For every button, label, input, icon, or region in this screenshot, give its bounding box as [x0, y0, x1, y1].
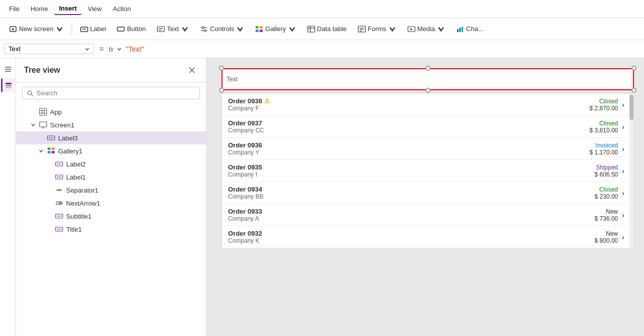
gallery-button[interactable]: Gallery — [250, 23, 301, 36]
handle-bm[interactable] — [425, 88, 431, 93]
row-company: Company I — [228, 171, 594, 178]
gallery-row[interactable]: Order 0937 Company CC Closed $ 3,810.00 … — [222, 116, 633, 138]
selected-label-element[interactable]: Text — [222, 68, 634, 90]
handle-tr[interactable] — [631, 66, 636, 71]
sidebar-item-title1[interactable]: Title1 — [16, 223, 206, 236]
tree-items: App Screen1 Label3 — [16, 103, 206, 336]
label2-tree-icon — [55, 160, 63, 168]
sidebar-item-label: Label3 — [58, 134, 78, 142]
new-screen-icon — [9, 25, 17, 33]
row-status: Closed — [589, 120, 618, 127]
row-chevron[interactable]: › — [622, 122, 624, 131]
gallery-row[interactable]: Order 0934 Company BB Closed $ 230.00 › — [222, 182, 633, 204]
sidebar-item-screen1[interactable]: Screen1 — [16, 118, 206, 131]
svg-rect-48 — [48, 147, 51, 150]
sidebar-item-label: NextArrow1 — [66, 200, 100, 207]
formula-select-dropdown-icon — [85, 47, 90, 52]
main-area: Tree view App Screen1 — [0, 58, 644, 336]
row-chevron[interactable]: › — [622, 100, 624, 109]
row-chevron[interactable]: › — [622, 211, 624, 219]
row-info: Order 0933 Company A — [228, 208, 594, 222]
expand-icon-label3 — [38, 135, 44, 141]
scrollbar-track[interactable] — [629, 94, 633, 248]
forms-dropdown-icon — [388, 25, 396, 33]
sidebar-item-gallery1[interactable]: Gallery1 — [16, 144, 206, 157]
gallery-row[interactable]: Order 0936 Company Y Invoiced $ 1,170.00… — [222, 138, 633, 160]
row-chevron[interactable]: › — [622, 233, 624, 241]
sidebar-item-separator1[interactable]: Separator1 — [16, 184, 206, 197]
sidebar-item-label1[interactable]: Label1 — [16, 171, 206, 184]
handle-tm[interactable] — [425, 66, 431, 71]
row-info: Order 0935 Company I — [228, 163, 594, 178]
layers-icon[interactable] — [1, 78, 15, 92]
svg-rect-33 — [6, 85, 12, 86]
sidebar-item-nextarrow1[interactable]: NextArrow1 — [16, 197, 206, 210]
handle-br[interactable] — [631, 88, 636, 93]
new-screen-button[interactable]: New screen — [4, 23, 69, 36]
row-amount: $ 3,810.00 — [589, 127, 618, 134]
data-table-button[interactable]: Data table — [302, 23, 352, 36]
menu-view[interactable]: View — [83, 3, 107, 15]
left-icon-panel — [0, 58, 16, 336]
handle-tl[interactable] — [219, 66, 224, 71]
sidebar-header: Tree view — [16, 58, 206, 83]
text-button[interactable]: Text — [152, 23, 194, 36]
sidebar-item-label2[interactable]: Label2 — [16, 157, 206, 171]
row-chevron[interactable]: › — [622, 144, 624, 153]
sidebar-close-button[interactable] — [186, 64, 198, 76]
svg-text:fx: fx — [109, 46, 114, 53]
gallery-row[interactable]: Order 0933 Company A New $ 736.00 › — [222, 204, 633, 226]
svg-rect-34 — [6, 87, 12, 88]
menu-file[interactable]: File — [4, 3, 25, 15]
search-input[interactable] — [37, 89, 195, 97]
row-order: Order 0933 — [228, 208, 594, 215]
gallery-dropdown-icon — [288, 25, 296, 33]
sidebar-item-subtitle1[interactable]: Subtitle1 — [16, 210, 206, 223]
sidebar-item-label3[interactable]: Label3 — [16, 131, 206, 144]
media-button[interactable]: Media — [402, 23, 450, 36]
search-box[interactable] — [22, 87, 200, 99]
separator-tree-icon — [55, 186, 63, 194]
forms-button[interactable]: Forms — [353, 23, 401, 36]
row-status: New — [594, 208, 618, 215]
svg-rect-39 — [40, 108, 47, 115]
scrollbar-thumb[interactable] — [629, 95, 633, 120]
expand-icon-sep — [46, 187, 52, 193]
gallery-row[interactable]: Order 0932 Company K New $ 800.00 › — [222, 226, 633, 248]
app-icon — [39, 108, 47, 116]
formula-eq-symbol: = — [96, 45, 107, 54]
screen-icon — [39, 121, 47, 129]
row-company: Company A — [228, 215, 594, 222]
formula-fx[interactable]: fx — [109, 46, 122, 53]
row-company: Company CC — [228, 127, 589, 134]
menu-action[interactable]: Action — [108, 3, 136, 15]
media-icon — [407, 25, 415, 33]
gallery-row[interactable]: Order 0935 Company I Shipped $ 606.50 › — [222, 160, 633, 182]
row-chevron[interactable]: › — [622, 189, 624, 197]
gallery-row[interactable]: Order 0938 ⚠ Company F Closed $ 2,870.00… — [222, 94, 633, 116]
handle-bl[interactable] — [219, 88, 224, 93]
expand-icon — [30, 109, 36, 115]
expand-icon-label2 — [46, 161, 52, 167]
chart-button[interactable]: Cha... — [451, 23, 489, 36]
expand-icon-gallery1 — [38, 148, 44, 154]
controls-button[interactable]: Controls — [195, 23, 249, 36]
row-amount-status: Closed $ 3,810.00 — [589, 120, 618, 134]
sidebar-item-label: Label2 — [66, 160, 86, 168]
sidebar-item-app[interactable]: App — [16, 105, 206, 118]
row-info: Order 0937 Company CC — [228, 119, 589, 134]
title-tree-icon — [55, 225, 63, 233]
hamburger-icon[interactable] — [1, 62, 15, 76]
svg-rect-27 — [462, 27, 463, 32]
canvas-area[interactable]: Text Order 0938 ⚠ Comp — [206, 58, 644, 336]
row-chevron[interactable]: › — [622, 166, 624, 175]
controls-icon — [200, 25, 208, 33]
formula-select[interactable]: Text — [4, 44, 94, 54]
button-insert-button[interactable]: Button — [112, 23, 151, 36]
label-button[interactable]: Label — [75, 23, 111, 36]
menu-insert[interactable]: Insert — [54, 3, 82, 15]
expand-icon-title — [46, 226, 52, 232]
menu-home[interactable]: Home — [26, 3, 53, 15]
svg-rect-41 — [44, 110, 45, 111]
chart-icon — [456, 25, 464, 33]
